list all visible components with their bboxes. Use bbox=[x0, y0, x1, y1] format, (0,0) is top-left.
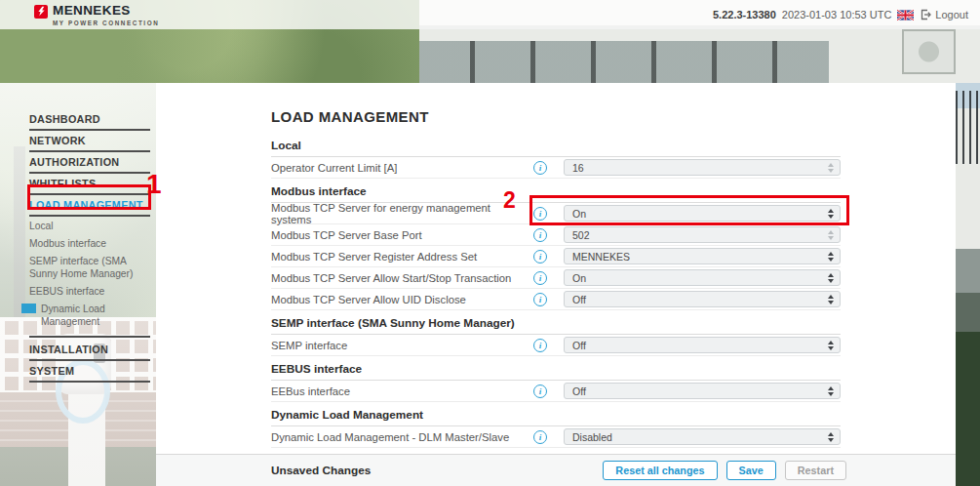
sidebar-item-label: EEBUS interface bbox=[29, 286, 104, 297]
info-icon[interactable]: i bbox=[533, 250, 547, 263]
control-value: Off bbox=[572, 340, 586, 351]
sidebar-item-label: Modbus interface bbox=[29, 238, 106, 249]
sidebar-item-label: NETWORK bbox=[29, 135, 86, 146]
info-icon[interactable]: i bbox=[533, 385, 547, 398]
annotation-marker-1: 1 bbox=[146, 171, 162, 198]
select-modbus-tcp-server-allow-start-stop-transaction[interactable]: On bbox=[564, 269, 841, 286]
setting-label: Modbus TCP Server Base Port bbox=[271, 229, 533, 241]
settings-row: SEMP interfaceiOff bbox=[271, 335, 841, 356]
sidebar-item-label: SEMP interface (SMA Sunny Home Manager) bbox=[29, 256, 133, 279]
info-icon[interactable]: i bbox=[533, 228, 547, 242]
section-dynamic-load-management: Dynamic Load ManagementDynamic Load Mana… bbox=[271, 402, 841, 448]
select-arrows-icon bbox=[828, 295, 834, 304]
logout-label: Logout bbox=[935, 9, 968, 20]
sidebar-item-system[interactable]: SYSTEM bbox=[29, 361, 150, 383]
sidebar-item-eebus-interface[interactable]: EEBUS interface bbox=[29, 282, 150, 300]
restart-button[interactable]: Restart bbox=[785, 461, 846, 480]
reset-all-changes-button[interactable]: Reset all changes bbox=[603, 461, 717, 480]
settings-row: Modbus TCP Server Register Address SetiM… bbox=[271, 246, 841, 267]
setting-label: Modbus TCP Server Allow Start/Stop Trans… bbox=[271, 272, 533, 284]
sidebar-item-modbus-interface[interactable]: Modbus interface bbox=[29, 234, 150, 252]
info-icon[interactable]: i bbox=[533, 161, 547, 175]
spinner-arrows-icon bbox=[828, 163, 834, 173]
setting-label: Operator Current Limit [A] bbox=[271, 162, 533, 174]
control-value: MENNEKES bbox=[572, 251, 630, 263]
content-panel: LOAD MANAGEMENT LocalOperator Current Li… bbox=[156, 83, 956, 454]
balcony-railing bbox=[956, 91, 980, 164]
logout-button[interactable]: Logout bbox=[920, 9, 968, 20]
logout-icon bbox=[920, 9, 931, 20]
save-button[interactable]: Save bbox=[726, 461, 776, 480]
setting-label: EEBus interface bbox=[271, 385, 533, 397]
sidebar-item-network[interactable]: NETWORK bbox=[29, 131, 150, 152]
info-icon[interactable]: i bbox=[533, 430, 547, 444]
settings-sections: LocalOperator Current Limit [A]i16Modbus… bbox=[271, 133, 841, 448]
settings-row: Dynamic Load Management - DLM Master/Sla… bbox=[271, 426, 841, 448]
info-icon[interactable]: i bbox=[533, 271, 547, 285]
sidebar-item-label: DASHBOARD bbox=[29, 113, 100, 125]
language-flag-icon[interactable] bbox=[897, 10, 914, 20]
current-page-marker-icon bbox=[21, 304, 36, 313]
select-arrows-icon bbox=[828, 432, 834, 442]
setting-label: Dynamic Load Management - DLM Master/Sla… bbox=[271, 431, 533, 443]
number-input-modbus-tcp-server-base-port[interactable]: 502 bbox=[564, 226, 841, 243]
section-eebus-interface: EEBUS interfaceEEBus interfaceiOff bbox=[271, 356, 841, 402]
section-heading: SEMP interface (SMA Sunny Home Manager) bbox=[271, 310, 841, 335]
setting-label: Modbus TCP Server for energy management … bbox=[271, 202, 533, 225]
control-value: Off bbox=[572, 294, 586, 305]
top-header: MENNEKES MY POWER CONNECTION 5.22.3-1338… bbox=[0, 0, 980, 29]
sidebar-item-label: Local bbox=[29, 221, 54, 231]
control-value: 502 bbox=[572, 229, 590, 241]
select-arrows-icon bbox=[828, 252, 834, 262]
info-icon[interactable]: i bbox=[533, 293, 547, 306]
logo-text: MENNEKES MY POWER CONNECTION bbox=[53, 4, 159, 26]
page: MENNEKES MY POWER CONNECTION 5.22.3-1338… bbox=[0, 0, 980, 486]
info-icon[interactable]: i bbox=[533, 339, 547, 352]
settings-row: Modbus TCP Server Base Porti502 bbox=[271, 224, 841, 246]
select-modbus-tcp-server-allow-uid-disclose[interactable]: Off bbox=[564, 291, 841, 307]
sidebar-item-dashboard[interactable]: DASHBOARD bbox=[29, 109, 150, 131]
spinner-arrows-icon bbox=[828, 230, 834, 240]
select-dynamic-load-management-dlm-master-slave[interactable]: Disabled bbox=[564, 428, 841, 445]
select-eebus-interface[interactable]: Off bbox=[564, 383, 841, 399]
sidebar-item-label: Dynamic Load Management bbox=[41, 303, 150, 328]
section-local: LocalOperator Current Limit [A]i16 bbox=[271, 133, 841, 179]
select-arrows-icon bbox=[828, 341, 834, 350]
footer-bar: Unsaved Changes Reset all changesSaveRes… bbox=[156, 454, 956, 486]
section-heading: Dynamic Load Management bbox=[271, 402, 841, 426]
unsaved-changes-status: Unsaved Changes bbox=[271, 464, 603, 477]
control-value: On bbox=[572, 272, 586, 284]
sidebar-nav: DASHBOARDNETWORKAUTHORIZATIONWHITELISTSL… bbox=[29, 109, 150, 383]
annotation-box-1 bbox=[27, 184, 151, 210]
control-value: Disabled bbox=[572, 431, 612, 443]
control-value: 16 bbox=[572, 162, 584, 174]
number-input-operator-current-limit-a[interactable]: 16 bbox=[564, 159, 841, 176]
settings-row: EEBus interfaceiOff bbox=[271, 381, 841, 402]
settings-row: Modbus TCP Server Allow UID DiscloseiOff bbox=[271, 289, 841, 310]
setting-label: Modbus TCP Server Register Address Set bbox=[271, 251, 533, 263]
select-arrows-icon bbox=[828, 273, 834, 283]
section-heading: Local bbox=[271, 133, 841, 157]
house-windows bbox=[410, 41, 829, 86]
annotation-box-2 bbox=[529, 195, 849, 225]
control-value: Off bbox=[572, 385, 586, 397]
lightning-icon bbox=[34, 5, 48, 19]
sidebar-item-authorization[interactable]: AUTHORIZATION bbox=[29, 152, 150, 174]
sidebar-item-dynamic-load-management[interactable]: Dynamic Load Management bbox=[29, 300, 150, 338]
settings-row: Operator Current Limit [A]i16 bbox=[271, 157, 841, 179]
sidebar-item-semp-interface-sma-sunny-home-manager[interactable]: SEMP interface (SMA Sunny Home Manager) bbox=[29, 252, 150, 282]
setting-label: SEMP interface bbox=[271, 340, 533, 351]
select-modbus-tcp-server-register-address-set[interactable]: MENNEKES bbox=[564, 248, 841, 264]
annotation-marker-2: 2 bbox=[503, 189, 516, 212]
sidebar-item-label: AUTHORIZATION bbox=[29, 156, 119, 168]
sidebar-item-installation[interactable]: INSTALLATION bbox=[29, 340, 150, 361]
header-right: 5.22.3-13380 2023-01-03 10:53 UTC Logou bbox=[713, 9, 968, 20]
datetime: 2023-01-03 10:53 UTC bbox=[782, 9, 892, 20]
sidebar-item-label: INSTALLATION bbox=[29, 344, 108, 355]
firmware-version: 5.22.3-13380 bbox=[713, 9, 776, 20]
select-arrows-icon bbox=[828, 386, 834, 396]
sidebar-item-local[interactable]: Local bbox=[29, 217, 150, 234]
select-semp-interface[interactable]: Off bbox=[564, 337, 841, 353]
brand-logo: MENNEKES MY POWER CONNECTION bbox=[34, 4, 159, 26]
footer-buttons: Reset all changesSaveRestart bbox=[603, 461, 846, 480]
